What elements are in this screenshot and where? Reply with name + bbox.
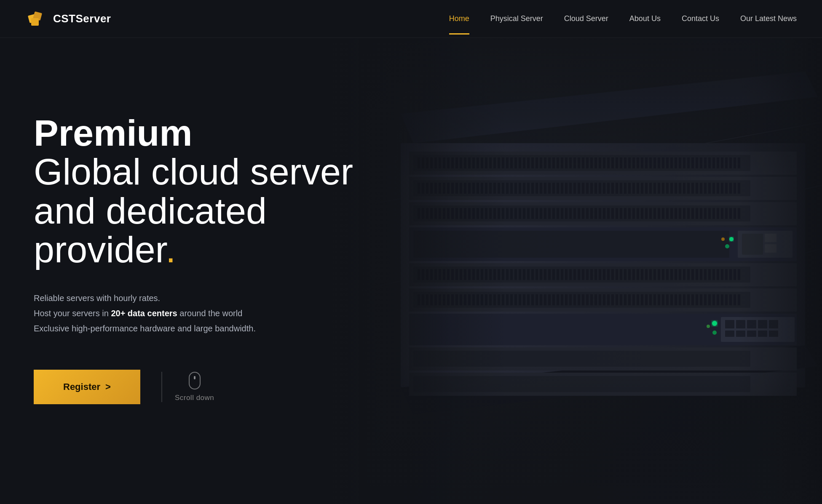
nav-link-cloud-server[interactable]: Cloud Server [564,14,608,23]
nav-link-physical-server[interactable]: Physical Server [490,14,543,23]
hero-desc-line2-prefix: Host your servers in [34,309,111,318]
logo-icon [25,8,47,30]
mouse-icon [189,372,201,389]
nav-item-physical-server[interactable]: Physical Server [490,14,543,23]
hero-heading: Premium Global cloud server and dedicate… [34,114,353,269]
hero-description: Reliable servers with hourly rates. Host… [34,291,353,336]
logo[interactable]: CSTServer [25,8,111,30]
hero-desc-line1: Reliable servers with hourly rates. [34,291,353,306]
nav-link-about-us[interactable]: About Us [629,14,661,23]
scroll-down-label: Scroll down [175,394,214,402]
nav-link-home[interactable]: Home [449,14,469,23]
nav-link-contact-us[interactable]: Contact Us [682,14,719,23]
hero-actions: Register > Scroll down [34,370,353,404]
nav-item-cloud-server[interactable]: Cloud Server [564,14,608,23]
nav-item-about-us[interactable]: About Us [629,14,661,23]
svg-rect-436 [738,38,822,504]
hero-section: Premium Global cloud server and dedicate… [0,38,822,504]
hero-desc-datacenter-count: 20+ data centers [111,309,177,318]
mouse-dot [194,376,195,379]
nav-links: Home Physical Server Cloud Server About … [449,14,797,23]
hero-title-line2: Global cloud server [34,152,353,191]
nav-item-home[interactable]: Home [449,14,469,23]
navbar: CSTServer Home Physical Server Cloud Ser… [0,0,822,38]
hero-desc-line3: Exclusive high-performance hardware and … [34,321,353,336]
hero-title-line3: and dedicated [34,192,353,230]
register-btn-label: Register [63,381,100,392]
hero-content: Premium Global cloud server and dedicate… [34,88,353,404]
brand-name: CSTServer [53,12,111,25]
nav-link-latest-news[interactable]: Our Latest News [740,14,797,23]
hero-desc-line2-suffix: around the world [177,309,243,318]
nav-item-latest-news[interactable]: Our Latest News [740,14,797,23]
register-btn-arrow: > [105,381,111,392]
nav-item-contact-us[interactable]: Contact Us [682,14,719,23]
hero-desc-line2: Host your servers in 20+ data centers ar… [34,306,353,321]
hero-title-premium: Premium [34,114,353,152]
hero-title-line4: provider. [34,230,353,269]
svg-rect-2 [31,18,39,26]
register-button[interactable]: Register > [34,370,140,404]
scroll-down-area[interactable]: Scroll down [161,372,214,402]
